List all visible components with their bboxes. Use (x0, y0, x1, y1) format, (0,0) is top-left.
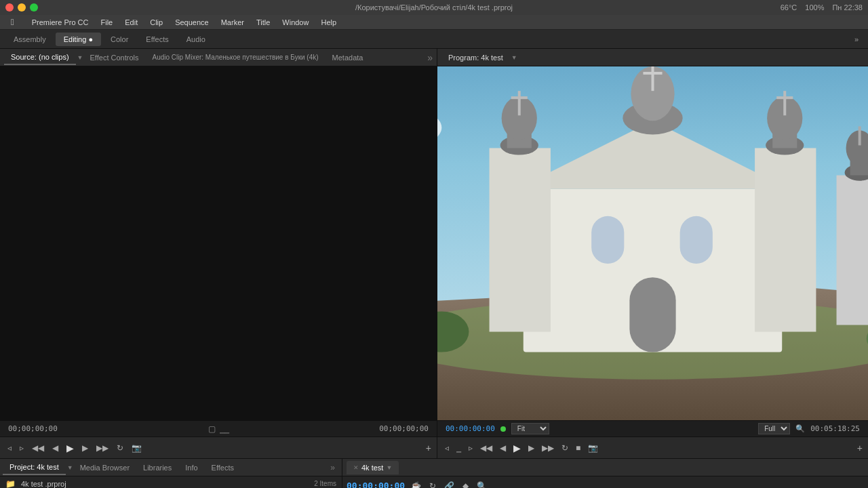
timeline-tab-close: ✕ (353, 464, 359, 471)
titlebar: /Користувачі/Elijah/Робочий стіл/4k test… (0, 0, 868, 15)
close-button[interactable] (5, 3, 14, 12)
source-step-fwd[interactable]: ▶▶ (94, 442, 111, 454)
prog-go-start[interactable]: ◀◀ (478, 442, 494, 454)
apple-menu[interactable]:  (5, 16, 20, 28)
tab-effects[interactable]: Effects (138, 33, 176, 46)
svg-rect-29 (629, 277, 675, 352)
source-tc-icon: ▢ (208, 424, 216, 434)
source-monitor: 00;00;00;00 ▢ ⎯⎯ 00;00;00;00 ◃ ▹ ◀◀ ◀ ▶ … (0, 66, 437, 458)
prog-add-btn[interactable]: + (857, 443, 863, 453)
prog-mark-in[interactable]: ◃ (443, 442, 451, 454)
tab-editing[interactable]: Editing ● (56, 33, 101, 46)
tl-marker-btn[interactable]: ◆ (460, 480, 471, 489)
program-record-indicator (500, 426, 506, 432)
timeline-tabs: ✕ 4k test ▼ (342, 459, 868, 476)
program-tc-right: Full 1/2 1/4 🔍 00:05:18:25 (758, 423, 860, 434)
menu-edit[interactable]: Edit (119, 17, 143, 28)
source-step-back[interactable]: ◀◀ (30, 442, 46, 454)
prog-mark-clip[interactable]: ⎯ (454, 442, 463, 454)
tab-info[interactable]: Info (178, 461, 204, 474)
workspace-more-button[interactable]: » (850, 34, 863, 45)
tab-libraries[interactable]: Libraries (136, 461, 178, 474)
timeline-timecode[interactable]: 00:00:00:00 (347, 481, 405, 488)
source-timecodes: 00;00;00;00 ▢ ⎯⎯ 00;00;00;00 (0, 420, 437, 436)
source-mark-in[interactable]: ◃ (5, 442, 14, 454)
tab-metadata[interactable]: Metadata (326, 51, 370, 64)
menu-file[interactable]: File (96, 17, 119, 28)
prog-export-frame[interactable]: 📷 (586, 442, 600, 454)
zoom-level: 100% (805, 3, 824, 12)
program-tc-left: 00:00:00:00 Fit 25% 50% 75% 100% (446, 423, 549, 434)
source-next-frame[interactable]: ▶ (80, 442, 90, 454)
menu-app[interactable]: Premiere Pro CC (26, 17, 94, 28)
source-tc-left: 00;00;00;00 (8, 424, 58, 433)
program-tab-menu[interactable]: ▼ (511, 54, 517, 61)
source-prev-frame[interactable]: ◀ (50, 442, 60, 454)
timeline-header: 00:00:00:00 ☕ ↻ 🔗 ◆ 🔍 (342, 476, 868, 488)
tl-tab-menu[interactable]: ▼ (386, 464, 392, 471)
tl-search-btn[interactable]: 🔍 (475, 480, 489, 489)
svg-rect-22 (837, 176, 868, 325)
left-panel-more[interactable]: » (427, 52, 433, 63)
menu-sequence[interactable]: Sequence (170, 17, 214, 28)
clock: Пн 22:38 (832, 3, 863, 12)
timeline-panel: ✕ 4k test ▼ 00:00:00:00 ☕ ↻ 🔗 ◆ 🔍 ▶ ⇔ ⇕ … (342, 459, 868, 488)
prog-loop[interactable]: ↻ (559, 442, 570, 454)
tl-snap-btn[interactable]: ☕ (409, 480, 423, 489)
prog-go-end[interactable]: ▶▶ (540, 442, 556, 454)
prog-safe-margin[interactable]: ■ (574, 442, 583, 454)
source-play[interactable]: ▶ (64, 441, 76, 455)
tab-color[interactable]: Color (102, 33, 136, 46)
project-tab-menu[interactable]: ▼ (67, 464, 73, 471)
prog-mark-out[interactable]: ▹ (467, 442, 475, 454)
timeline-tab-name: 4k test (361, 464, 383, 472)
tab-assembly[interactable]: Assembly (5, 33, 54, 46)
source-controls: ◃ ▹ ◀◀ ◀ ▶ ▶ ▶▶ ↻ 📷 + (0, 436, 437, 458)
prog-prev-frame[interactable]: ◀ (498, 442, 508, 454)
prog-next-frame[interactable]: ▶ (526, 442, 536, 454)
maximize-button[interactable] (30, 3, 38, 12)
program-timecode[interactable]: 00:00:00:00 (446, 424, 495, 433)
source-camera[interactable]: 📷 (130, 442, 144, 454)
project-name: 4k test .prproj (21, 480, 66, 488)
fit-selector[interactable]: Fit 25% 50% 75% 100% (511, 423, 549, 434)
source-mark-out[interactable]: ▹ (18, 442, 26, 454)
minimize-button[interactable] (18, 3, 26, 12)
program-panel-tabs: Program: 4k test ▼ (437, 49, 868, 66)
svg-rect-10 (490, 148, 551, 331)
tl-ripple-btn[interactable]: ↻ (427, 480, 438, 489)
menu-help[interactable]: Help (315, 17, 342, 28)
source-loop[interactable]: ↻ (115, 442, 125, 454)
tab-effects-bottom[interactable]: Effects (205, 461, 241, 474)
tab-program: Program: 4k test (441, 51, 510, 64)
main-area: Source: (no clips) ▼ Effect Controls Aud… (0, 49, 868, 458)
project-panel: Project: 4k test ▼ Media Browser Librari… (0, 459, 342, 488)
tl-link-btn[interactable]: 🔗 (442, 480, 456, 489)
tab-audio[interactable]: Audio (178, 33, 214, 46)
prog-play[interactable]: ▶ (511, 441, 523, 455)
project-more-button[interactable]: » (326, 463, 339, 472)
tab-project[interactable]: Project: 4k test (3, 460, 66, 475)
program-video-preview (437, 66, 868, 420)
zoom-icon: 🔍 (795, 424, 805, 433)
tab-media-browser[interactable]: Media Browser (73, 461, 136, 474)
menu-marker[interactable]: Marker (216, 17, 250, 28)
tab-effect-controls[interactable]: Effect Controls (83, 51, 146, 64)
program-controls: ◃ ⎯ ▹ ◀◀ ◀ ▶ ▶ ▶▶ ↻ ■ 📷 + (437, 436, 868, 458)
program-duration: 00:05:18:25 (810, 424, 860, 433)
source-add-btn[interactable]: + (426, 443, 431, 453)
cpu-temp: 66°C (781, 3, 797, 12)
source-tab-menu[interactable]: ▼ (77, 54, 83, 61)
timeline-tab[interactable]: ✕ 4k test ▼ (347, 461, 399, 474)
menu-clip[interactable]: Clip (144, 17, 168, 28)
program-timecodes: 00:00:00:00 Fit 25% 50% 75% 100% Full 1/… (437, 420, 868, 436)
menu-window[interactable]: Window (277, 17, 314, 28)
resolution-selector[interactable]: Full 1/2 1/4 (758, 423, 790, 434)
project-header: 📁 4k test .prproj 2 Items (0, 476, 342, 488)
tab-audio-clip-mixer[interactable]: Audio Clip Mixer: Маленькое путешествие … (145, 51, 325, 64)
tab-source[interactable]: Source: (no clips) (4, 50, 76, 65)
menu-title[interactable]: Title (251, 17, 275, 28)
traffic-lights (5, 3, 38, 12)
bottom-area: Project: 4k test ▼ Media Browser Librari… (0, 458, 868, 488)
titlebar-right: 66°C 100% Пн 22:38 (781, 3, 863, 12)
